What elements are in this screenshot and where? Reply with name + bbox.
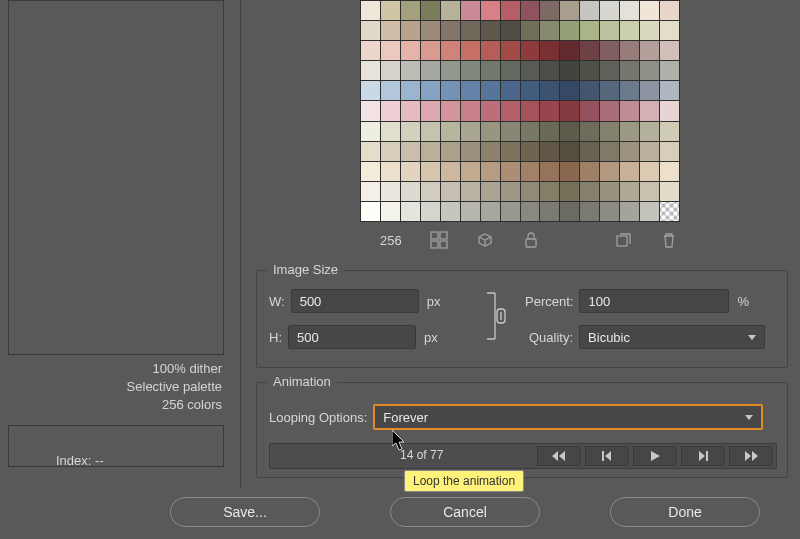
swatch[interactable] — [521, 81, 540, 100]
swatch[interactable] — [521, 202, 540, 221]
swatch[interactable] — [381, 61, 400, 80]
prev-frame-button[interactable] — [585, 446, 629, 466]
swatch[interactable] — [580, 182, 599, 201]
swatch[interactable] — [640, 142, 659, 161]
swatch[interactable] — [441, 162, 460, 181]
swatch[interactable] — [640, 202, 659, 221]
swatch[interactable] — [560, 101, 579, 120]
swatch[interactable] — [600, 202, 619, 221]
swatch[interactable] — [660, 182, 679, 201]
swatch[interactable] — [401, 182, 420, 201]
swatch[interactable] — [660, 61, 679, 80]
swatch[interactable] — [361, 61, 380, 80]
new-swatch-icon[interactable] — [614, 231, 632, 249]
swatch[interactable] — [540, 41, 559, 60]
swatch[interactable] — [501, 202, 520, 221]
swatch[interactable] — [401, 202, 420, 221]
swatch[interactable] — [361, 101, 380, 120]
swatch[interactable] — [461, 1, 480, 20]
constrain-link-icon[interactable] — [485, 287, 507, 345]
swatch[interactable] — [580, 162, 599, 181]
swatch[interactable] — [441, 41, 460, 60]
swatch[interactable] — [421, 41, 440, 60]
swatch[interactable] — [620, 1, 639, 20]
swatch[interactable] — [540, 122, 559, 141]
swatch[interactable] — [540, 81, 559, 100]
cube-icon[interactable] — [476, 231, 494, 249]
swatch[interactable] — [401, 1, 420, 20]
swatch[interactable] — [461, 81, 480, 100]
swatch[interactable] — [620, 142, 639, 161]
swatch[interactable] — [580, 101, 599, 120]
swatch[interactable] — [481, 142, 500, 161]
swatch[interactable] — [361, 182, 380, 201]
swatch[interactable] — [540, 1, 559, 20]
swatch[interactable] — [600, 1, 619, 20]
swatch[interactable] — [381, 142, 400, 161]
swatch[interactable] — [461, 61, 480, 80]
swatch[interactable] — [421, 202, 440, 221]
swatch[interactable] — [640, 122, 659, 141]
swatch[interactable] — [540, 142, 559, 161]
swatch[interactable] — [560, 182, 579, 201]
swatch[interactable] — [401, 41, 420, 60]
swatch[interactable] — [381, 1, 400, 20]
swatch[interactable] — [421, 81, 440, 100]
swatch[interactable] — [540, 61, 559, 80]
swatch[interactable] — [640, 61, 659, 80]
swatch[interactable] — [461, 41, 480, 60]
swatch[interactable] — [481, 41, 500, 60]
swatch[interactable] — [421, 1, 440, 20]
width-field[interactable] — [291, 289, 419, 313]
swatch[interactable] — [521, 21, 540, 40]
swatch[interactable] — [401, 162, 420, 181]
swatch[interactable] — [660, 101, 679, 120]
swatch[interactable] — [540, 101, 559, 120]
swatch[interactable] — [441, 1, 460, 20]
swatch[interactable] — [600, 21, 619, 40]
swatch[interactable] — [660, 202, 679, 221]
swatch[interactable] — [640, 81, 659, 100]
swatch[interactable] — [421, 101, 440, 120]
next-frame-button[interactable] — [681, 446, 725, 466]
swatch[interactable] — [660, 142, 679, 161]
first-frame-button[interactable] — [537, 446, 581, 466]
swatch[interactable] — [560, 1, 579, 20]
swatch[interactable] — [521, 142, 540, 161]
swatch[interactable] — [361, 21, 380, 40]
swatch[interactable] — [481, 162, 500, 181]
swatch[interactable] — [521, 41, 540, 60]
swatch[interactable] — [501, 41, 520, 60]
swatch[interactable] — [381, 21, 400, 40]
swatch[interactable] — [600, 101, 619, 120]
swatch[interactable] — [540, 202, 559, 221]
done-button[interactable]: Done — [610, 497, 760, 527]
swatch[interactable] — [481, 21, 500, 40]
swatch[interactable] — [501, 1, 520, 20]
swatch[interactable] — [481, 202, 500, 221]
swatch[interactable] — [560, 21, 579, 40]
swatch[interactable] — [600, 122, 619, 141]
swatch[interactable] — [560, 202, 579, 221]
swatch[interactable] — [441, 142, 460, 161]
swatch[interactable] — [620, 162, 639, 181]
swatch[interactable] — [600, 61, 619, 80]
swatch[interactable] — [361, 202, 380, 221]
swatch[interactable] — [540, 162, 559, 181]
swatch[interactable] — [580, 21, 599, 40]
swatch[interactable] — [461, 101, 480, 120]
swatch[interactable] — [381, 122, 400, 141]
swatch[interactable] — [620, 41, 639, 60]
swatch[interactable] — [521, 182, 540, 201]
swatch[interactable] — [441, 81, 460, 100]
swatch[interactable] — [441, 122, 460, 141]
save-button[interactable]: Save... — [170, 497, 320, 527]
swatch[interactable] — [501, 122, 520, 141]
swatch[interactable] — [481, 182, 500, 201]
swatch[interactable] — [521, 162, 540, 181]
swatch[interactable] — [580, 142, 599, 161]
swatch[interactable] — [441, 21, 460, 40]
swatch[interactable] — [401, 61, 420, 80]
swatch[interactable] — [501, 61, 520, 80]
swatch[interactable] — [620, 202, 639, 221]
